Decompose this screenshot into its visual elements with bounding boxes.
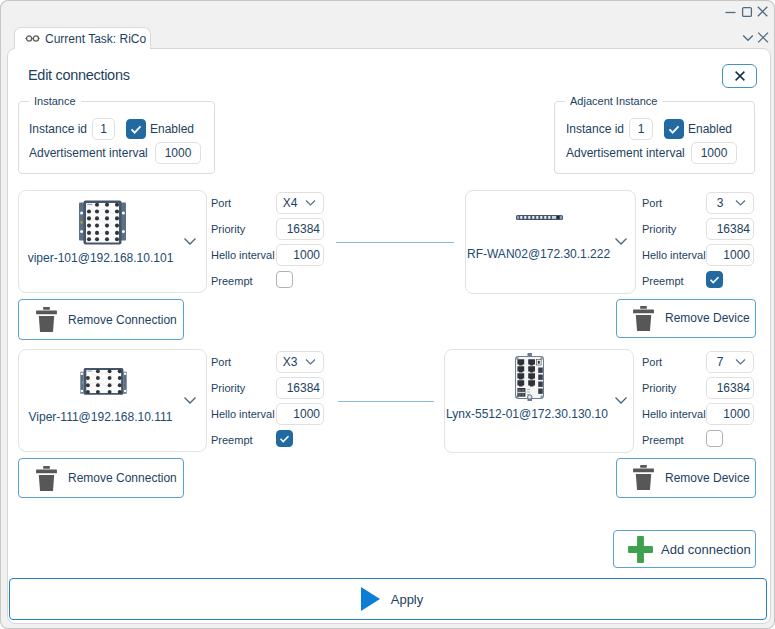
port-value: 7 <box>705 355 735 369</box>
remove-connection-label: Remove Connection <box>68 313 177 327</box>
tab-list-chevron-icon[interactable] <box>741 31 755 45</box>
priority-input[interactable]: 16384 <box>706 218 754 240</box>
hello-interval-label: Hello interval <box>642 249 706 262</box>
device-label: viper-101@192.168.10.101 <box>20 251 181 265</box>
dialog-title: Edit connections <box>28 67 130 83</box>
hello-interval-input[interactable]: 1000 <box>276 403 324 425</box>
connection-line <box>336 242 454 243</box>
adjacent-enabled-checkbox[interactable] <box>664 119 684 139</box>
adjacent-enabled-label: Enabled <box>688 122 732 136</box>
device-label: Viper-111@192.168.10.111 <box>20 410 181 424</box>
instance-enabled-checkbox[interactable] <box>126 119 146 139</box>
priority-input[interactable]: 16384 <box>276 377 324 399</box>
play-icon <box>361 587 380 611</box>
din-rail-switch-front-image <box>515 353 544 401</box>
priority-label: Priority <box>211 223 245 236</box>
instance-enabled-label: Enabled <box>150 122 194 136</box>
device-dropdown-chevron-icon[interactable] <box>183 395 197 407</box>
checkmark-icon <box>707 272 722 287</box>
chevron-down-icon <box>735 358 746 366</box>
trash-icon <box>36 307 57 332</box>
remove-connection-button[interactable]: Remove Connection <box>18 458 184 498</box>
rugged-switch-top-small-image <box>80 367 127 396</box>
adjacent-instance-id-label: Instance id <box>566 122 624 136</box>
remove-device-button[interactable]: Remove Device <box>616 299 756 338</box>
port-label: Port <box>211 356 231 369</box>
adjacent-instance-group-legend: Adjacent Instance <box>565 95 662 107</box>
preempt-label: Preempt <box>642 434 684 447</box>
maximize-button[interactable] <box>740 5 753 18</box>
device-panel <box>18 349 207 452</box>
adjacent-instance-id-input[interactable]: 1 <box>629 118 653 140</box>
apply-label: Apply <box>391 592 424 607</box>
trash-icon <box>633 465 654 490</box>
chevron-down-icon <box>735 199 746 207</box>
chevron-down-icon <box>305 358 316 366</box>
link-icon <box>25 34 40 43</box>
preempt-checkbox[interactable] <box>706 430 723 447</box>
preempt-checkbox[interactable] <box>276 430 293 447</box>
port-value: 3 <box>705 196 735 210</box>
hello-interval-input[interactable]: 1000 <box>706 403 754 425</box>
tab-close-icon[interactable] <box>756 30 770 44</box>
priority-input[interactable]: 16384 <box>276 218 324 240</box>
adjacent-adv-input[interactable]: 1000 <box>691 142 737 164</box>
preempt-checkbox[interactable] <box>276 271 293 288</box>
connection-line <box>338 401 434 402</box>
remove-connection-label: Remove Connection <box>68 471 177 485</box>
preempt-label: Preempt <box>211 434 253 447</box>
checkmark-icon <box>127 120 145 138</box>
preempt-label: Preempt <box>642 275 684 288</box>
window-close-button[interactable] <box>756 5 769 18</box>
port-label: Port <box>642 356 662 369</box>
hello-interval-label: Hello interval <box>211 408 275 421</box>
port-dropdown[interactable]: X4 <box>276 192 324 214</box>
preempt-checkbox[interactable] <box>706 271 723 288</box>
hello-interval-input[interactable]: 1000 <box>276 244 324 266</box>
dialog-close-button[interactable] <box>722 64 757 88</box>
priority-label: Priority <box>642 223 676 236</box>
device-dropdown-chevron-icon[interactable] <box>183 236 197 248</box>
hello-interval-label: Hello interval <box>642 408 706 421</box>
checkmark-icon <box>277 431 292 446</box>
tab-current-task[interactable]: Current Task: RiCo <box>14 27 151 49</box>
plus-icon <box>628 536 653 563</box>
adjacent-adv-label: Advertisement interval <box>566 146 685 160</box>
instance-id-label: Instance id <box>29 122 87 136</box>
device-label: RF-WAN02@172.30.1.222 <box>467 247 610 261</box>
instance-adv-label: Advertisement interval <box>29 146 148 160</box>
device-panel <box>465 190 636 294</box>
app-window: Current Task: RiCo Edit connections Inst… <box>0 0 775 629</box>
device-dropdown-chevron-icon[interactable] <box>614 236 628 248</box>
close-icon <box>734 70 746 82</box>
apply-button[interactable]: Apply <box>9 578 767 620</box>
trash-icon <box>36 466 57 491</box>
port-label: Port <box>211 197 231 210</box>
add-connection-button[interactable]: Add connection <box>613 530 756 568</box>
preempt-label: Preempt <box>211 275 253 288</box>
instance-group-legend: Instance <box>29 95 81 107</box>
instance-adv-input[interactable]: 1000 <box>155 142 201 164</box>
priority-input[interactable]: 16384 <box>706 377 754 399</box>
minimize-button[interactable] <box>724 6 737 19</box>
priority-label: Priority <box>642 382 676 395</box>
hello-interval-label: Hello interval <box>211 249 275 262</box>
hello-interval-input[interactable]: 1000 <box>706 244 754 266</box>
instance-id-input[interactable]: 1 <box>92 118 115 140</box>
port-value: X3 <box>275 355 305 369</box>
chevron-down-icon <box>305 199 316 207</box>
port-dropdown[interactable]: X3 <box>276 351 324 373</box>
port-value: X4 <box>275 196 305 210</box>
remove-device-button[interactable]: Remove Device <box>616 458 756 498</box>
port-dropdown[interactable]: 3 <box>706 192 754 214</box>
remove-device-label: Remove Device <box>665 311 750 325</box>
tab-label: Current Task: RiCo <box>45 32 146 46</box>
remove-connection-button[interactable]: Remove Connection <box>18 299 184 340</box>
checkmark-icon <box>665 120 683 138</box>
device-dropdown-chevron-icon[interactable] <box>614 395 628 407</box>
trash-icon <box>633 306 654 331</box>
remove-device-label: Remove Device <box>665 471 750 485</box>
add-connection-label: Add connection <box>661 542 751 557</box>
rack-router-front-image <box>516 215 563 220</box>
port-dropdown[interactable]: 7 <box>706 351 754 373</box>
